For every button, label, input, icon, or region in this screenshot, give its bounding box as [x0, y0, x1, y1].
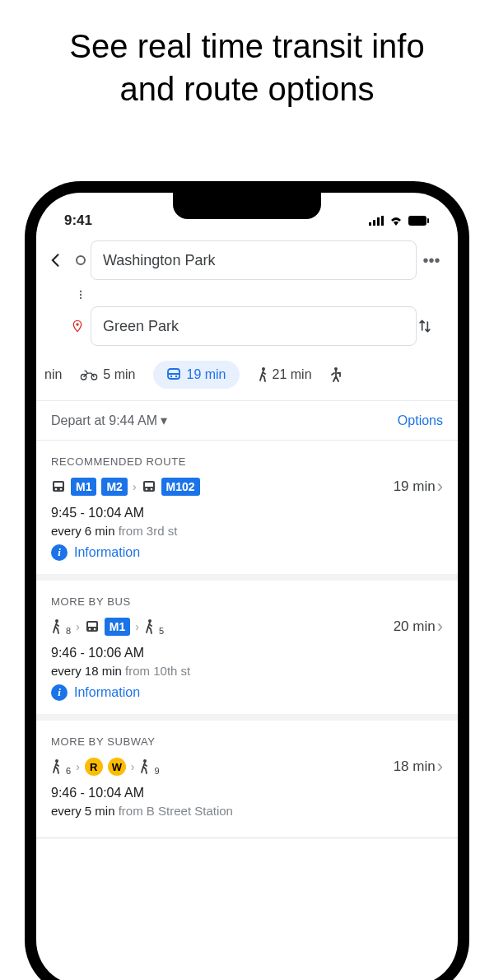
screen: 9:41 ••• ···: [36, 193, 458, 980]
bus-icon: [85, 619, 100, 634]
chevron-right-icon: ›: [76, 760, 80, 773]
subway-line-badge: W: [108, 758, 126, 776]
svg-rect-0: [369, 222, 371, 226]
mode-tab-partial[interactable]: nin: [44, 367, 62, 382]
mode-tab-walk[interactable]: 21 min: [258, 367, 312, 382]
route-info-button[interactable]: i Information: [51, 684, 443, 701]
svg-rect-3: [381, 216, 384, 226]
chevron-right-icon: ›: [437, 756, 443, 777]
route-dots-icon: ···: [71, 288, 91, 298]
route-frequency: every 5 min from B Street Station: [51, 804, 443, 818]
route-duration: 20 min ›: [394, 616, 443, 637]
chevron-right-icon: ›: [437, 616, 443, 637]
notch: [173, 193, 321, 219]
line-badge: M1: [71, 478, 96, 496]
svg-point-12: [175, 376, 177, 377]
phone-frame: 9:41 ••• ···: [25, 181, 469, 980]
mode-tab-transit[interactable]: 19 min: [153, 361, 239, 389]
mode-tab-bike[interactable]: 5 min: [80, 367, 135, 382]
promo-heading: See real time transit info and route opt…: [0, 0, 494, 110]
svg-rect-4: [408, 216, 426, 226]
chevron-right-icon: ›: [131, 760, 135, 773]
destination-input[interactable]: [91, 306, 417, 346]
bus-icon: [51, 479, 66, 494]
route-time-range: 9:46 - 10:04 AM: [51, 786, 443, 800]
svg-point-26: [88, 628, 91, 631]
walk-icon: [258, 367, 268, 382]
line-badge: M2: [101, 478, 127, 496]
route-duration: 18 min ›: [394, 756, 443, 777]
route-time-range: 9:45 - 10:04 AM: [51, 506, 443, 520]
back-button[interactable]: [48, 252, 71, 268]
line-badge: M1: [105, 618, 130, 636]
wifi-icon: [389, 216, 403, 226]
walk-icon: [51, 619, 61, 634]
svg-rect-1: [373, 220, 375, 226]
route-time-range: 9:46 - 10:06 AM: [51, 646, 443, 660]
status-time: 9:41: [64, 212, 92, 229]
chevron-right-icon: ›: [437, 476, 443, 497]
route-subway[interactable]: 6 › R W › 9 18 min › 9:46 - 10:04 AM eve…: [36, 756, 458, 838]
chevron-right-icon: ›: [133, 480, 137, 493]
svg-rect-16: [54, 483, 63, 487]
origin-icon: [76, 255, 86, 265]
info-icon: i: [51, 684, 68, 701]
svg-rect-20: [145, 483, 153, 487]
walk-icon: [139, 759, 149, 774]
route-recommended[interactable]: M1 M2 › M102 19 min › 9:45 - 10:04 AM ev…: [36, 476, 458, 581]
svg-point-18: [60, 488, 63, 491]
svg-rect-5: [427, 218, 429, 223]
route-info-button[interactable]: i Information: [51, 544, 443, 561]
svg-point-6: [76, 323, 78, 325]
section-recommended-title: RECOMMENDED ROUTE: [36, 441, 458, 476]
route-bus[interactable]: 8 › M1 › 5 20 min › 9:46 - 10:06 AM ever…: [36, 616, 458, 721]
svg-point-22: [150, 488, 152, 491]
chevron-right-icon: ›: [76, 620, 80, 633]
svg-rect-25: [88, 623, 96, 627]
svg-rect-2: [377, 217, 380, 226]
walk-icon: [144, 619, 154, 634]
destination-pin-icon: [71, 318, 91, 334]
transit-icon: [166, 368, 181, 381]
options-button[interactable]: Options: [398, 413, 443, 428]
info-icon: i: [51, 544, 68, 561]
route-duration: 19 min ›: [394, 476, 443, 497]
walk-icon: [51, 759, 61, 774]
bus-icon: [142, 479, 156, 494]
battery-icon: [408, 216, 430, 226]
svg-point-17: [55, 488, 58, 491]
origin-input[interactable]: [91, 240, 417, 280]
motorcycle-icon: [80, 369, 98, 380]
subway-line-badge: R: [85, 758, 103, 776]
svg-point-21: [145, 488, 147, 491]
mode-tab-rideshare[interactable]: [330, 367, 342, 382]
section-bus-title: MORE BY BUS: [36, 581, 458, 616]
route-frequency: every 18 min from 10th st: [51, 664, 443, 678]
depart-time-button[interactable]: Depart at 9:44 AM ▾: [51, 413, 167, 428]
svg-point-27: [93, 628, 96, 631]
swap-button[interactable]: [417, 318, 446, 334]
mode-tabs: nin 5 min 19 min 21 min: [36, 346, 458, 400]
svg-point-11: [170, 376, 172, 377]
route-frequency: every 6 min from 3rd st: [51, 524, 443, 538]
line-badge: M102: [161, 478, 200, 496]
section-subway-title: MORE BY SUBWAY: [36, 721, 458, 756]
cellular-icon: [369, 216, 384, 226]
chevron-right-icon: ›: [135, 620, 139, 633]
more-button[interactable]: •••: [417, 251, 446, 270]
